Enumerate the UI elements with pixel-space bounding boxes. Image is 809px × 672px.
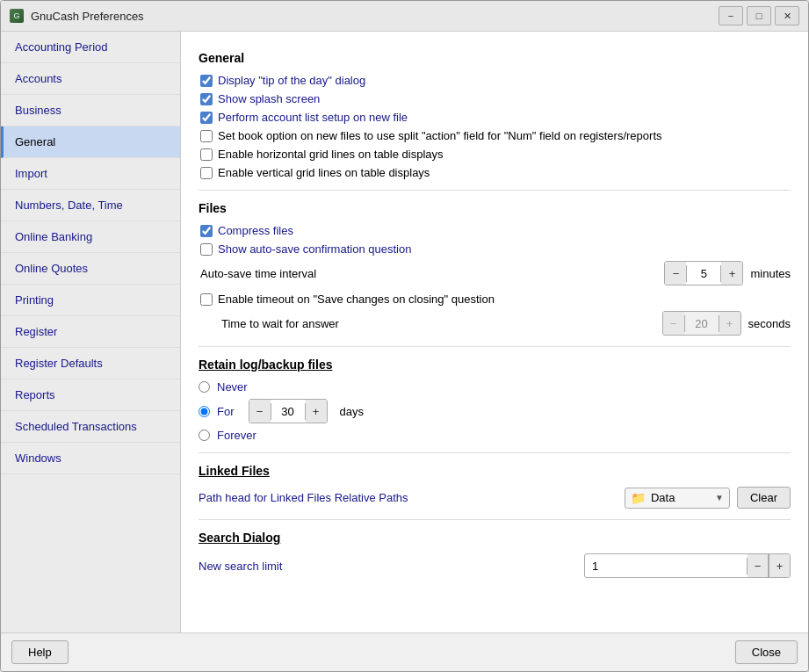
- tip-of-day-row: Display "tip of the day" dialog: [199, 74, 791, 87]
- retain-for-radio[interactable]: [199, 406, 210, 417]
- close-window-button[interactable]: ✕: [775, 6, 799, 25]
- search-decrement-button[interactable]: −: [748, 554, 769, 577]
- account-list-checkbox[interactable]: [200, 112, 213, 124]
- retain-forever-row: Forever: [199, 429, 791, 442]
- compress-files-label[interactable]: Compress files: [218, 224, 293, 237]
- folder-icon: 📁: [631, 491, 646, 505]
- main-panel: General Display "tip of the day" dialog …: [181, 32, 808, 632]
- retain-forever-radio[interactable]: [199, 430, 210, 441]
- horizontal-grid-label[interactable]: Enable horizontal grid lines on table di…: [218, 148, 444, 161]
- divider-1: [199, 190, 791, 191]
- search-limit-label: New search limit: [199, 560, 577, 573]
- search-increment-button[interactable]: +: [769, 554, 790, 577]
- compress-files-checkbox[interactable]: [200, 225, 213, 237]
- help-button[interactable]: Help: [11, 640, 69, 664]
- wait-time-row: Time to wait for answer − + seconds: [199, 311, 791, 336]
- wait-value-input: [684, 315, 719, 332]
- autosave-increment-button[interactable]: +: [721, 262, 742, 285]
- enable-timeout-label[interactable]: Enable timeout on "Save changes on closi…: [218, 293, 495, 306]
- sidebar-item-windows[interactable]: Windows: [1, 443, 180, 474]
- horizontal-grid-row: Enable horizontal grid lines on table di…: [199, 148, 791, 161]
- autosave-confirm-row: Show auto-save confirmation question: [199, 242, 791, 256]
- splash-screen-checkbox[interactable]: [200, 93, 213, 105]
- vertical-grid-row: Enable vertical grid lines on table disp…: [199, 166, 791, 179]
- retain-section-title: Retain log/backup files: [199, 358, 791, 372]
- linked-section-title: Linked Files: [199, 464, 791, 478]
- splash-screen-row: Show splash screen: [199, 92, 791, 105]
- split-action-checkbox[interactable]: [200, 130, 213, 142]
- sidebar-item-import[interactable]: Import: [1, 158, 180, 190]
- linked-path-label: Path head for Linked Files Relative Path…: [199, 491, 618, 504]
- retain-for-spinbox: − +: [249, 399, 328, 423]
- autosave-confirm-checkbox[interactable]: [200, 243, 213, 256]
- retain-unit: days: [340, 405, 364, 418]
- maximize-button[interactable]: □: [747, 6, 771, 25]
- autosave-unit: minutes: [750, 267, 791, 280]
- sidebar-item-scheduled-transactions[interactable]: Scheduled Transactions: [1, 411, 180, 443]
- close-button[interactable]: Close: [735, 640, 798, 664]
- split-action-row: Set book option on new files to use spli…: [199, 129, 791, 142]
- general-section-title: General: [199, 51, 791, 65]
- search-limit-input[interactable]: [585, 558, 748, 574]
- sidebar-item-register-defaults[interactable]: Register Defaults: [1, 348, 180, 379]
- window-controls: − □ ✕: [719, 6, 799, 25]
- sidebar-item-accounting-period[interactable]: Accounting Period: [1, 32, 180, 63]
- retain-for-row: For − + days: [199, 399, 791, 423]
- files-section-title: Files: [199, 201, 791, 215]
- retain-never-radio[interactable]: [199, 381, 210, 393]
- linked-dropdown-value: Data: [651, 491, 710, 504]
- sidebar-item-general[interactable]: General: [1, 126, 180, 158]
- minimize-button[interactable]: −: [719, 6, 743, 25]
- retain-forever-label[interactable]: Forever: [217, 429, 256, 442]
- sidebar-item-numbers-date-time[interactable]: Numbers, Date, Time: [1, 190, 180, 221]
- content-area: Accounting Period Accounts Business Gene…: [1, 32, 808, 632]
- vertical-grid-label[interactable]: Enable vertical grid lines on table disp…: [218, 166, 430, 179]
- autosave-value-input[interactable]: [686, 265, 721, 282]
- wait-time-spinbox: − +: [662, 311, 741, 336]
- enable-timeout-row: Enable timeout on "Save changes on closi…: [199, 293, 791, 306]
- autosave-interval-row: Auto-save time interval − + minutes: [199, 261, 791, 285]
- linked-dropdown[interactable]: 📁 Data ▼: [625, 488, 730, 509]
- tip-of-day-checkbox[interactable]: [200, 75, 213, 87]
- titlebar: G GnuCash Preferences − □ ✕: [1, 1, 808, 32]
- retain-increment-button[interactable]: +: [306, 400, 327, 423]
- wait-decrement-button: −: [663, 312, 684, 335]
- retain-never-row: Never: [199, 380, 791, 394]
- sidebar-item-online-banking[interactable]: Online Banking: [1, 221, 180, 253]
- wait-unit: seconds: [748, 317, 791, 330]
- sidebar-item-accounts[interactable]: Accounts: [1, 63, 180, 95]
- chevron-down-icon: ▼: [715, 493, 724, 502]
- sidebar-item-business[interactable]: Business: [1, 95, 180, 126]
- sidebar-item-online-quotes[interactable]: Online Quotes: [1, 253, 180, 285]
- app-icon: G: [10, 9, 24, 23]
- retain-for-label[interactable]: For: [217, 405, 235, 418]
- wait-label: Time to wait for answer: [200, 317, 655, 330]
- retain-value-input[interactable]: [271, 403, 306, 420]
- autosave-label: Auto-save time interval: [200, 267, 657, 280]
- vertical-grid-checkbox[interactable]: [200, 167, 213, 179]
- sidebar-item-printing[interactable]: Printing: [1, 285, 180, 316]
- horizontal-grid-checkbox[interactable]: [200, 148, 213, 161]
- split-action-label[interactable]: Set book option on new files to use spli…: [218, 129, 662, 142]
- divider-4: [199, 519, 791, 520]
- sidebar-item-reports[interactable]: Reports: [1, 379, 180, 411]
- compress-files-row: Compress files: [199, 224, 791, 237]
- enable-timeout-checkbox[interactable]: [200, 293, 213, 306]
- divider-2: [199, 346, 791, 347]
- clear-button[interactable]: Clear: [737, 487, 791, 509]
- autosave-decrement-button[interactable]: −: [665, 262, 686, 285]
- autosave-confirm-label[interactable]: Show auto-save confirmation question: [218, 242, 411, 256]
- retain-never-label[interactable]: Never: [217, 380, 248, 394]
- account-list-row: Perform account list setup on new file: [199, 111, 791, 124]
- divider-3: [199, 452, 791, 453]
- account-list-label[interactable]: Perform account list setup on new file: [218, 111, 408, 124]
- splash-screen-label[interactable]: Show splash screen: [218, 92, 320, 105]
- window-title: GnuCash Preferences: [31, 10, 711, 23]
- sidebar-item-register[interactable]: Register: [1, 316, 180, 348]
- retain-decrement-button[interactable]: −: [249, 400, 271, 423]
- sidebar: Accounting Period Accounts Business Gene…: [1, 32, 181, 632]
- search-spinbox: − +: [584, 553, 791, 578]
- linked-files-row: Path head for Linked Files Relative Path…: [199, 487, 791, 509]
- autosave-spinbox: − +: [664, 261, 743, 285]
- tip-of-day-label[interactable]: Display "tip of the day" dialog: [218, 74, 365, 87]
